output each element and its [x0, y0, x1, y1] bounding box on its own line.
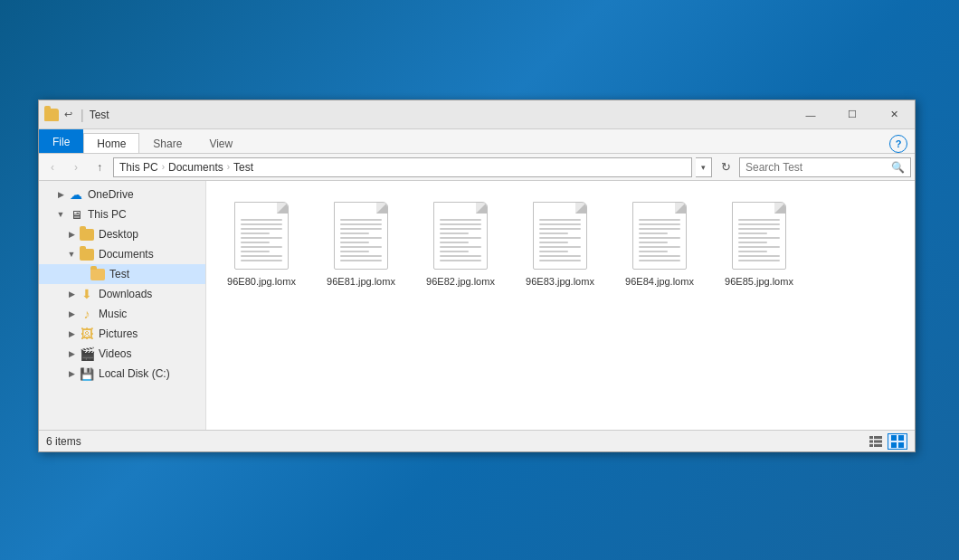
- path-part-this-pc[interactable]: This PC: [119, 161, 158, 174]
- search-icon[interactable]: 🔍: [891, 161, 905, 174]
- doc-line: [639, 251, 668, 252]
- doc-line: [738, 242, 767, 243]
- sidebar-item-onedrive[interactable]: ▶ ☁ OneDrive: [39, 185, 205, 204]
- svg-rect-4: [869, 444, 873, 447]
- doc-line: [539, 223, 581, 225]
- address-path[interactable]: This PC › Documents › Test: [113, 157, 692, 177]
- close-button[interactable]: ✕: [873, 100, 915, 129]
- expand-arrow-local-disk[interactable]: ▶: [64, 366, 79, 381]
- sidebar-item-pictures[interactable]: ▶ 🖼 Pictures: [39, 324, 205, 344]
- file-icon-wrapper: [329, 199, 393, 271]
- file-item[interactable]: 96E81.jpg.lomx: [320, 195, 402, 291]
- up-button[interactable]: ↑: [90, 157, 109, 177]
- tab-view[interactable]: View: [195, 133, 246, 153]
- doc-line: [539, 233, 568, 234]
- path-dropdown-button[interactable]: ▾: [696, 157, 712, 177]
- list-view-icon: [869, 435, 882, 448]
- doc-lines: [539, 219, 581, 261]
- doc-line: [340, 237, 382, 239]
- tab-share[interactable]: Share: [139, 133, 195, 153]
- doc-line: [241, 255, 282, 257]
- back-button[interactable]: ‹: [43, 157, 62, 177]
- tab-file[interactable]: File: [39, 129, 83, 153]
- title-bar-icons: ↩ | Test: [39, 108, 115, 122]
- maximize-button[interactable]: ☐: [831, 100, 873, 129]
- refresh-button[interactable]: ↻: [716, 157, 736, 177]
- window-controls: — ☐ ✕: [790, 100, 915, 129]
- sidebar-label-documents: Documents: [99, 248, 202, 261]
- file-name: 96E84.jpg.lomx: [625, 275, 694, 288]
- doc-line: [639, 228, 680, 230]
- documents-folder-icon: [79, 247, 95, 261]
- expand-arrow-onedrive[interactable]: ▶: [53, 187, 68, 202]
- doc-line: [340, 228, 382, 230]
- doc-line: [539, 219, 581, 221]
- help-button[interactable]: ?: [889, 135, 907, 153]
- expand-arrow-pictures[interactable]: ▶: [64, 327, 79, 341]
- files-area: 96E80.jpg.lomx: [206, 181, 915, 430]
- doc-line: [241, 246, 282, 248]
- expand-arrow-this-pc[interactable]: ▼: [53, 207, 68, 222]
- file-item[interactable]: 96E84.jpg.lomx: [619, 195, 700, 291]
- doc-lines: [639, 219, 680, 261]
- expand-arrow-documents[interactable]: ▼: [64, 247, 79, 261]
- doc-line: [539, 242, 568, 243]
- doc-line: [340, 233, 369, 234]
- doc-line: [340, 251, 369, 252]
- sidebar-item-music[interactable]: ▶ ♪ Music: [39, 304, 205, 324]
- search-box[interactable]: 🔍: [739, 157, 911, 177]
- minimize-button[interactable]: —: [790, 100, 831, 129]
- file-name: 96E81.jpg.lomx: [327, 275, 395, 288]
- sidebar-item-downloads[interactable]: ▶ ⬇ Downloads: [39, 284, 205, 304]
- expand-arrow-videos[interactable]: ▶: [64, 346, 79, 361]
- desktop-folder-icon: [79, 227, 95, 242]
- onedrive-icon: ☁: [68, 187, 84, 202]
- sidebar-label-desktop: Desktop: [99, 228, 202, 241]
- doc-line: [440, 233, 469, 234]
- sidebar-item-desktop[interactable]: ▶ Desktop: [39, 224, 205, 244]
- doc-line: [539, 237, 581, 239]
- tab-home[interactable]: Home: [83, 133, 139, 153]
- videos-icon: 🎬: [79, 346, 95, 361]
- svg-rect-2: [869, 440, 873, 442]
- path-part-documents[interactable]: Documents: [168, 161, 223, 174]
- list-view-button[interactable]: [866, 433, 886, 450]
- doc-line: [241, 260, 282, 261]
- doc-line: [639, 223, 680, 225]
- doc-line: [738, 228, 780, 230]
- doc-line: [241, 251, 270, 252]
- doc-line: [738, 219, 780, 221]
- address-bar: ‹ › ↑ This PC › Documents › Test ▾ ↻ 🔍: [39, 154, 915, 181]
- window-title: Test: [90, 109, 109, 121]
- doc-line: [639, 246, 680, 248]
- title-bar: ↩ | Test — ☐ ✕: [39, 100, 915, 129]
- file-item[interactable]: 96E82.jpg.lomx: [420, 195, 501, 291]
- file-item[interactable]: 96E85.jpg.lomx: [718, 195, 800, 291]
- expand-arrow-music[interactable]: ▶: [64, 307, 79, 321]
- search-input[interactable]: [745, 161, 891, 174]
- sidebar-item-videos[interactable]: ▶ 🎬 Videos: [39, 344, 205, 364]
- sidebar-item-documents[interactable]: ▼ Documents: [39, 244, 205, 264]
- sidebar-item-local-disk[interactable]: ▶ 💾 Local Disk (C:): [39, 364, 205, 384]
- music-icon: ♪: [79, 307, 95, 321]
- forward-button[interactable]: ›: [66, 157, 86, 177]
- file-item[interactable]: 96E83.jpg.lomx: [519, 195, 601, 291]
- doc-line: [440, 219, 481, 221]
- doc-line: [639, 260, 680, 261]
- folder-title-icon: [44, 108, 59, 122]
- expand-arrow-desktop[interactable]: ▶: [64, 227, 79, 242]
- file-explorer-window: ↩ | Test — ☐ ✕ File Home Share View ? ‹ …: [38, 100, 916, 452]
- grid-view-button[interactable]: [888, 433, 907, 450]
- path-part-test[interactable]: Test: [233, 161, 253, 174]
- sidebar-item-this-pc[interactable]: ▼ 🖥 This PC: [39, 204, 205, 224]
- view-buttons: [866, 433, 907, 450]
- sidebar-item-test[interactable]: ▶ Test: [39, 264, 205, 284]
- ribbon: File Home Share View ?: [39, 129, 915, 154]
- doc-line: [440, 255, 481, 257]
- expand-arrow-downloads[interactable]: ▶: [64, 287, 79, 301]
- doc-line: [738, 260, 780, 261]
- doc-line: [738, 246, 780, 248]
- file-item[interactable]: 96E80.jpg.lomx: [221, 195, 302, 291]
- doc-line: [340, 223, 382, 225]
- doc-lines: [241, 219, 282, 261]
